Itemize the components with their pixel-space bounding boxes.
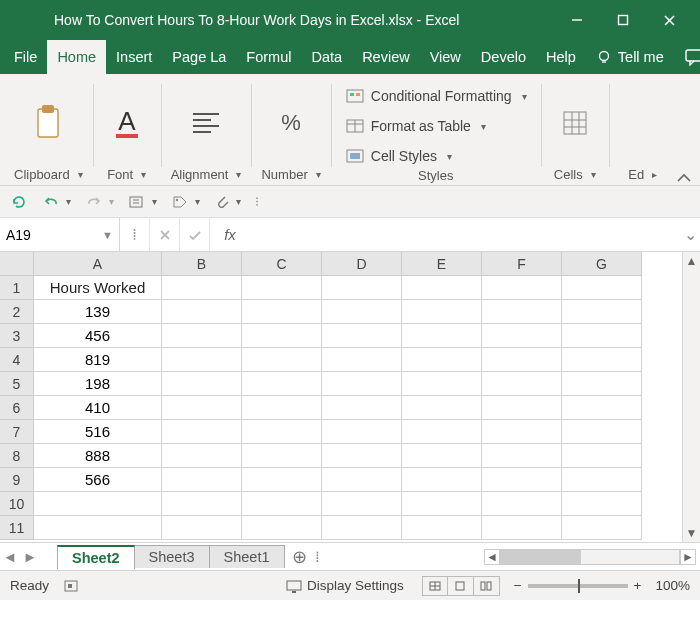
select-all-corner[interactable]: [0, 252, 34, 276]
maximize-button[interactable]: [600, 0, 646, 40]
tell-me-search[interactable]: Tell me: [586, 40, 674, 74]
tab-data[interactable]: Data: [301, 40, 352, 74]
cell-G1[interactable]: [562, 276, 642, 300]
sheet-tab-sheet3[interactable]: Sheet3: [134, 545, 210, 568]
row-head-8[interactable]: 8: [0, 444, 34, 468]
col-head-A[interactable]: A: [34, 252, 162, 276]
conditional-formatting-button[interactable]: Conditional Formatting▾: [345, 84, 527, 108]
col-head-B[interactable]: B: [162, 252, 242, 276]
sheet-nav-next[interactable]: ►: [20, 549, 40, 565]
col-head-C[interactable]: C: [242, 252, 322, 276]
hscroll-track[interactable]: [500, 549, 680, 565]
row-head-7[interactable]: 7: [0, 420, 34, 444]
zoom-out-button[interactable]: −: [514, 578, 522, 593]
cell-C1[interactable]: [242, 276, 322, 300]
row-head-1[interactable]: 1: [0, 276, 34, 300]
alignment-button[interactable]: [182, 99, 230, 147]
qat-customize[interactable]: ⁝: [255, 194, 259, 209]
cell-A6[interactable]: 410: [34, 396, 162, 420]
hscroll-left-icon[interactable]: ◄: [484, 549, 500, 565]
zoom-in-button[interactable]: +: [634, 578, 642, 593]
tab-help[interactable]: Help: [536, 40, 586, 74]
undo-button[interactable]: ▾: [42, 194, 71, 210]
minimize-button[interactable]: [554, 0, 600, 40]
scroll-up-icon[interactable]: ▲: [686, 252, 698, 270]
vertical-scrollbar[interactable]: ▲ ▼: [682, 252, 700, 542]
view-page-layout-button[interactable]: [448, 576, 474, 596]
row-head-5[interactable]: 5: [0, 372, 34, 396]
attach-button[interactable]: ▾: [214, 193, 241, 211]
cell-A10[interactable]: [34, 492, 162, 516]
tab-page-layout[interactable]: Page La: [162, 40, 236, 74]
row-head-2[interactable]: 2: [0, 300, 34, 324]
view-normal-button[interactable]: [422, 576, 448, 596]
cell-A4[interactable]: 819: [34, 348, 162, 372]
add-sheet-button[interactable]: ⊕: [285, 546, 315, 568]
format-as-table-button[interactable]: Format as Table▾: [345, 114, 527, 138]
tab-formulas[interactable]: Formul: [236, 40, 301, 74]
cell-A9[interactable]: 566: [34, 468, 162, 492]
zoom-track[interactable]: [528, 584, 628, 588]
launcher-icon[interactable]: ▾: [78, 169, 83, 180]
enter-formula-button[interactable]: [180, 218, 210, 251]
cell-A11[interactable]: [34, 516, 162, 540]
tab-home[interactable]: Home: [47, 40, 106, 74]
fx-icon[interactable]: fx: [210, 218, 250, 251]
sheet-tab-sheet1[interactable]: Sheet1: [209, 545, 285, 568]
cell-A7[interactable]: 516: [34, 420, 162, 444]
cancel-formula-button[interactable]: [150, 218, 180, 251]
macro-recorder-icon[interactable]: [63, 579, 79, 593]
refresh-button[interactable]: [10, 193, 28, 211]
col-head-E[interactable]: E: [402, 252, 482, 276]
cells-area[interactable]: Hours Worked 139 456 819 198 410 516 888…: [34, 276, 642, 540]
number-format-button[interactable]: %: [267, 99, 315, 147]
cell-D1[interactable]: [322, 276, 402, 300]
row-head-4[interactable]: 4: [0, 348, 34, 372]
cell-styles-button[interactable]: Cell Styles▾: [345, 144, 527, 168]
horizontal-scrollbar[interactable]: ◄ ►: [484, 549, 700, 565]
sheet-nav-prev[interactable]: ◄: [0, 549, 20, 565]
row-head-6[interactable]: 6: [0, 396, 34, 420]
close-button[interactable]: [646, 0, 692, 40]
tab-review[interactable]: Review: [352, 40, 420, 74]
comments-button[interactable]: [674, 40, 700, 74]
scroll-down-icon[interactable]: ▼: [686, 524, 698, 542]
row-head-3[interactable]: 3: [0, 324, 34, 348]
hscroll-right-icon[interactable]: ►: [680, 549, 696, 565]
col-head-F[interactable]: F: [482, 252, 562, 276]
row-head-9[interactable]: 9: [0, 468, 34, 492]
tab-file[interactable]: File: [4, 40, 47, 74]
font-button[interactable]: A: [103, 99, 151, 147]
hscroll-thumb[interactable]: [501, 550, 581, 564]
tab-insert[interactable]: Insert: [106, 40, 162, 74]
formula-input[interactable]: [250, 218, 680, 251]
row-head-11[interactable]: 11: [0, 516, 34, 540]
col-head-D[interactable]: D: [322, 252, 402, 276]
zoom-level[interactable]: 100%: [655, 578, 690, 593]
view-page-break-button[interactable]: [474, 576, 500, 596]
options-icon[interactable]: ⁞: [120, 218, 150, 251]
cells-button[interactable]: [551, 99, 599, 147]
properties-button[interactable]: ▾: [128, 194, 157, 210]
cell-A8[interactable]: 888: [34, 444, 162, 468]
cell-A1[interactable]: Hours Worked: [34, 276, 162, 300]
name-box[interactable]: A19 ▼: [0, 218, 120, 251]
col-head-G[interactable]: G: [562, 252, 642, 276]
name-box-dropdown-icon[interactable]: ▼: [102, 229, 113, 241]
launcher-icon[interactable]: ▾: [236, 169, 241, 180]
formula-bar-expand-button[interactable]: ⌄: [680, 218, 700, 251]
launcher-icon[interactable]: ▾: [316, 169, 321, 180]
sheet-tab-sheet2[interactable]: Sheet2: [57, 545, 135, 569]
zoom-slider[interactable]: − +: [514, 578, 642, 593]
paste-button[interactable]: [24, 99, 72, 147]
launcher-icon[interactable]: ▾: [141, 169, 146, 180]
row-head-10[interactable]: 10: [0, 492, 34, 516]
tab-view[interactable]: View: [420, 40, 471, 74]
cell-A5[interactable]: 198: [34, 372, 162, 396]
tab-developer[interactable]: Develo: [471, 40, 536, 74]
collapse-ribbon-button[interactable]: [676, 171, 692, 185]
chevron-right-icon[interactable]: ▸: [652, 169, 657, 180]
cell-E1[interactable]: [402, 276, 482, 300]
cell-B1[interactable]: [162, 276, 242, 300]
editing-button[interactable]: [619, 99, 667, 147]
